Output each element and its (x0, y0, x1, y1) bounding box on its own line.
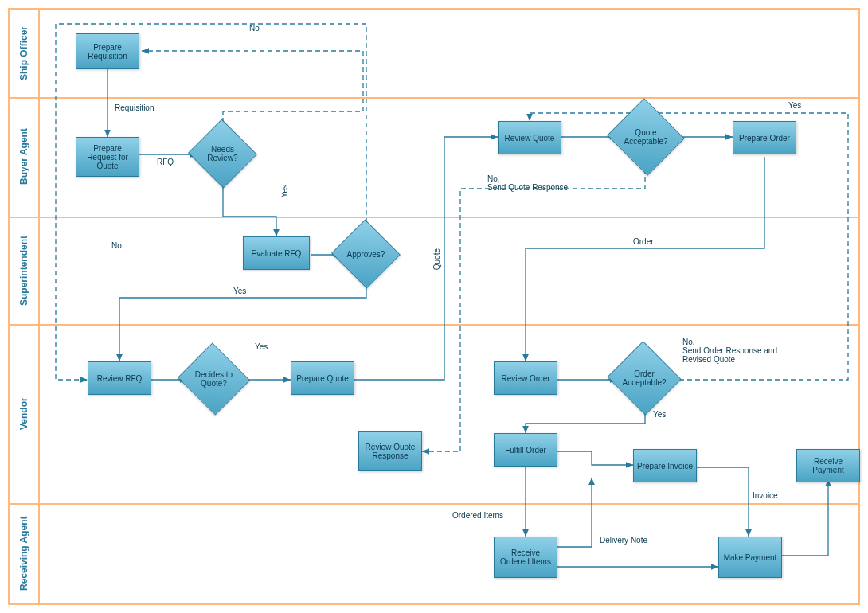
label-yes: Yes (233, 287, 246, 295)
node-make-payment: Make Payment (718, 537, 782, 578)
label-no-send-order-response: No, Send Order Response and Revised Quot… (682, 338, 777, 364)
label-yes: Yes (280, 185, 289, 197)
lane-label-receiving-agent: Receiving Agent (10, 503, 38, 603)
label-requisition: Requisition (115, 103, 154, 112)
connectors-layer (40, 10, 858, 603)
node-fulfill-order: Fulfill Order (494, 433, 557, 467)
node-review-quote: Review Quote (498, 121, 561, 154)
label-no: No (249, 24, 260, 33)
node-review-order: Review Order (494, 361, 557, 395)
node-quote-acceptable: Quote Acceptable? (617, 111, 674, 162)
label-ordered-items: Ordered Items (452, 511, 503, 520)
swimlane-diagram: Ship Officer Buyer Agent Superintendent … (8, 8, 860, 605)
lane-label-ship-officer: Ship Officer (10, 10, 38, 97)
label-quote: Quote (432, 248, 441, 270)
node-needs-review: Needs Review? (197, 131, 248, 177)
label-delivery-note: Delivery Note (600, 536, 647, 545)
label-invoice: Invoice (753, 491, 778, 500)
node-review-rfq: Review RFQ (88, 361, 151, 395)
node-prepare-quote: Prepare Quote (291, 361, 354, 395)
node-review-quote-response: Review Quote Response (358, 431, 422, 471)
lane-label-superintendent: Superintendent (10, 217, 38, 324)
node-prepare-invoice: Prepare Invoice (633, 449, 697, 482)
lane-label-buyer-agent: Buyer Agent (10, 97, 38, 217)
node-prepare-order: Prepare Order (733, 121, 796, 154)
label-yes: Yes (653, 410, 666, 419)
label-yes: Yes (788, 101, 801, 110)
label-rfq: RFQ (157, 158, 174, 166)
node-decides-to-quote: Decides to Quote? (187, 355, 240, 403)
label-order: Order (633, 237, 654, 246)
label-yes: Yes (255, 342, 268, 351)
node-receive-payment: Receive Payment (796, 449, 860, 482)
label-no: No (111, 241, 122, 250)
node-prepare-rfq: Prepare Request for Quote (76, 137, 139, 177)
node-approves: Approves? (341, 231, 391, 277)
lane-label-vendor: Vendor (10, 324, 38, 503)
diagram-canvas: Prepare Requisition Prepare Request for … (40, 10, 858, 603)
node-receive-ordered-items: Receive Ordered Items (494, 537, 557, 578)
node-evaluate-rfq: Evaluate RFQ (243, 236, 310, 270)
node-order-acceptable: Order Acceptable? (617, 353, 671, 403)
label-no-send-quote-response: No, Send Quote Response (487, 174, 568, 192)
node-prepare-requisition: Prepare Requisition (76, 33, 139, 69)
